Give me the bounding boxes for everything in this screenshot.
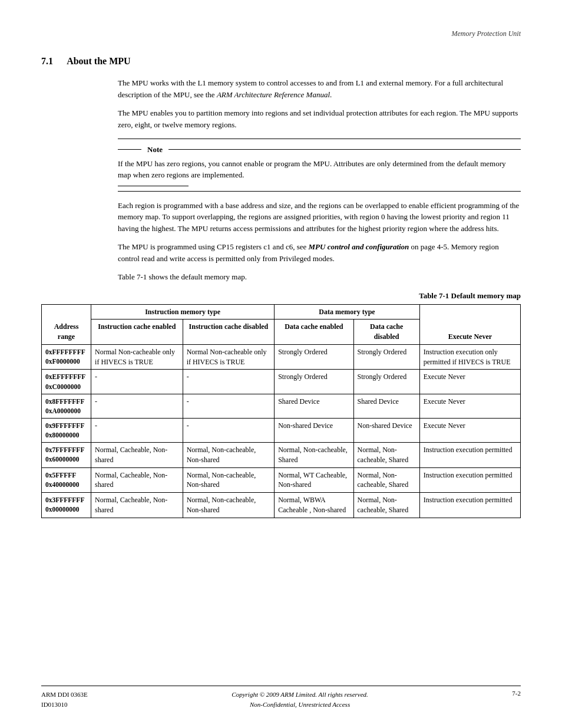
para-2-text: The MPU enables you to partition memory … <box>118 107 521 130</box>
section-heading: 7.1 About the MPU <box>41 56 521 67</box>
exec_never-cell: Execute Never <box>419 418 520 442</box>
data_ce-cell: Non-shared Device <box>275 418 353 442</box>
header-title: Memory Protection Unit <box>451 29 521 38</box>
inst_cd-cell: - <box>183 370 275 394</box>
addr-cell: 0x7FFFFFFF0x60000000 <box>42 443 91 468</box>
data_ce-cell: Strongly Ordered <box>275 370 353 394</box>
footer-center-2: Non-Confidential, Unrestricted Access <box>232 700 368 710</box>
th-data-cache-enabled: Data cache enabled <box>275 319 353 345</box>
data_cd-cell: Normal, Non-cacheable, Shared <box>353 467 419 493</box>
inst_cd-cell: Normal, Non-cacheable, Non-shared <box>183 467 275 493</box>
data_ce-cell: Normal, Non-cacheable, Shared <box>275 443 353 468</box>
note-title-row: Note <box>118 144 521 156</box>
inst_ce-cell: Normal, Cacheable, Non-shared <box>91 443 183 468</box>
inst_cd-cell: Normal Non-cacheable only if HIVECS is T… <box>183 344 275 370</box>
addr-cell: 0xFFFFFFFF0xF0000000 <box>42 344 91 370</box>
exec_never-cell: Execute Never <box>419 370 520 394</box>
addr-cell: 0x9FFFFFFF0x80000000 <box>42 418 91 442</box>
page: Memory Protection Unit 7.1 About the MPU… <box>0 0 562 728</box>
th-inst-memory-type-group: Instruction memory type <box>91 304 275 319</box>
table-group-header-row: Address range Instruction memory type Da… <box>42 304 521 319</box>
footer-left: ARM DDI 0363E ID013010 <box>41 690 88 710</box>
th-address-range: Address range <box>42 304 91 344</box>
footer-center-1: Copyright © 2009 ARM Limited. All rights… <box>232 690 368 700</box>
inst_ce-cell: Normal, Cacheable, Non-shared <box>91 493 183 518</box>
para-3-text: Each region is programmed with a base ad… <box>118 200 521 235</box>
data_ce-cell: Strongly Ordered <box>275 344 353 370</box>
data_cd-cell: Strongly Ordered <box>353 344 419 370</box>
note-box: Note If the MPU has zero regions, you ca… <box>118 139 521 192</box>
data_ce-cell: Normal, WT Cacheable, Non-shared <box>275 467 353 493</box>
data_cd-cell: Strongly Ordered <box>353 370 419 394</box>
data_cd-cell: Normal, Non-cacheable, Shared <box>353 443 419 468</box>
memory-map-table: Address range Instruction memory type Da… <box>41 304 521 518</box>
table-row: 0x3FFFFFFF0x00000000Normal, Cacheable, N… <box>42 493 521 518</box>
note-text: If the MPU has zero regions, you cannot … <box>118 158 521 181</box>
inst_ce-cell: Normal Non-cacheable only if HIVECS is T… <box>91 344 183 370</box>
table-body: 0xFFFFFFFF0xF0000000Normal Non-cacheable… <box>42 344 521 518</box>
addr-cell: 0xEFFFFFFF0xC0000000 <box>42 370 91 394</box>
para-3: Each region is programmed with a base ad… <box>118 200 521 283</box>
table-row: 0x7FFFFFFF0x60000000Normal, Cacheable, N… <box>42 443 521 468</box>
addr-cell: 0x8FFFFFFF0xA0000000 <box>42 394 91 418</box>
data_cd-cell: Non-shared Device <box>353 418 419 442</box>
table-row: 0x5FFFFF0x40000000Normal, Cacheable, Non… <box>42 467 521 493</box>
th-data-cache-disabled: Data cache disabled <box>353 319 419 345</box>
para-4-text: The MPU is programmed using CP15 registe… <box>118 241 521 264</box>
exec_never-cell: Instruction execution permitted <box>419 443 520 468</box>
page-footer: ARM DDI 0363E ID013010 Copyright © 2009 … <box>41 686 521 710</box>
note-label: Note <box>141 144 168 156</box>
inst_cd-cell: - <box>183 418 275 442</box>
th-inst-cache-enabled: Instruction cache enabled <box>91 319 183 345</box>
section-title: About the MPU <box>67 56 130 66</box>
table-row: 0x8FFFFFFF0xA0000000--Shared DeviceShare… <box>42 394 521 418</box>
th-inst-cache-disabled: Instruction cache disabled <box>183 319 275 345</box>
th-execute-never: Execute Never <box>419 304 520 344</box>
section-number: 7.1 <box>41 56 53 66</box>
inst_ce-cell: - <box>91 418 183 442</box>
exec_never-cell: Instruction execution permitted <box>419 493 520 518</box>
data_ce-cell: Normal, WBWA Cacheable , Non-shared <box>275 493 353 518</box>
addr-cell: 0x3FFFFFFF0x00000000 <box>42 493 91 518</box>
table-row: 0xEFFFFFFF0xC0000000--Strongly OrderedSt… <box>42 370 521 394</box>
table-row: 0x9FFFFFFF0x80000000--Non-shared DeviceN… <box>42 418 521 442</box>
inst_ce-cell: - <box>91 370 183 394</box>
data_cd-cell: Shared Device <box>353 394 419 418</box>
book-title: ARM Architecture Reference Manual <box>217 90 330 99</box>
th-data-memory-type-group: Data memory type <box>275 304 420 319</box>
inst_cd-cell: - <box>183 394 275 418</box>
table-caption: Table 7-1 Default memory map <box>41 291 521 301</box>
exec_never-cell: Instruction execution permitted <box>419 467 520 493</box>
data_cd-cell: Normal, Non-cacheable, Shared <box>353 493 419 518</box>
para-5-text: Table 7-1 shows the default memory map. <box>118 271 521 283</box>
exec_never-cell: Instruction execution only permitted if … <box>419 344 520 370</box>
inst_cd-cell: Normal, Non-cacheable, Non-shared <box>183 493 275 518</box>
addr-cell: 0x5FFFFF0x40000000 <box>42 467 91 493</box>
table-row: 0xFFFFFFFF0xF0000000Normal Non-cacheable… <box>42 344 521 370</box>
inst_cd-cell: Normal, Non-cacheable, Non-shared <box>183 443 275 468</box>
para-1: The MPU works with the L1 memory system … <box>118 77 521 130</box>
page-header: Memory Protection Unit <box>41 29 521 38</box>
data_ce-cell: Shared Device <box>275 394 353 418</box>
ref-link: MPU control and configuration <box>309 242 409 251</box>
footer-left-1: ARM DDI 0363E <box>41 690 88 700</box>
exec_never-cell: Execute Never <box>419 394 520 418</box>
footer-left-2: ID013010 <box>41 700 88 710</box>
inst_ce-cell: Normal, Cacheable, Non-shared <box>91 467 183 493</box>
footer-right: 7-2 <box>512 690 521 710</box>
footer-center: Copyright © 2009 ARM Limited. All rights… <box>232 690 368 710</box>
inst_ce-cell: - <box>91 394 183 418</box>
